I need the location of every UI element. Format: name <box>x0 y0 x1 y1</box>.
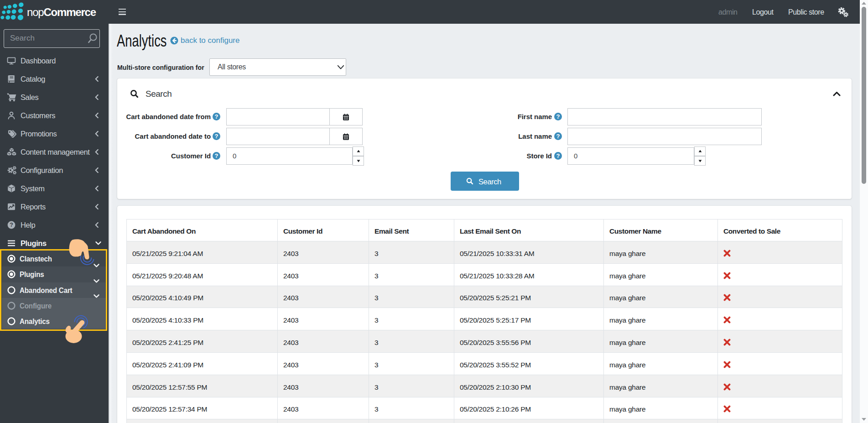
svg-text:?: ? <box>10 222 13 228</box>
